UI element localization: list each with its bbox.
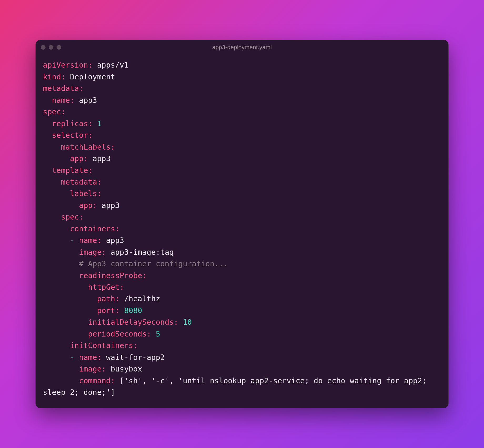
yaml-key: spec:	[43, 108, 65, 116]
yaml-key: name:	[79, 236, 102, 245]
yaml-value: wait-for-app2	[106, 353, 165, 362]
yaml-key: initContainers:	[70, 341, 138, 350]
yaml-key: port:	[97, 306, 120, 315]
yaml-comment: # App3 container configuration...	[79, 259, 228, 268]
yaml-key: kind:	[43, 73, 65, 81]
yaml-key: app:	[79, 201, 97, 210]
code-area[interactable]: apiVersion: apps/v1 kind: Deployment met…	[36, 55, 448, 408]
yaml-value: /healthz	[124, 294, 160, 303]
editor-window: app3-deployment.yaml apiVersion: apps/v1…	[36, 40, 448, 408]
yaml-value: app3	[106, 236, 124, 245]
yaml-key: initialDelaySeconds:	[88, 318, 178, 327]
yaml-value: app3	[79, 96, 97, 105]
yaml-value: Deployment	[70, 73, 115, 81]
titlebar: app3-deployment.yaml	[36, 40, 448, 55]
yaml-dash: -	[70, 236, 74, 245]
yaml-key: selector:	[52, 131, 92, 140]
yaml-key: periodSeconds:	[88, 330, 151, 338]
yaml-key: template:	[52, 166, 92, 175]
yaml-key: labels:	[70, 189, 102, 198]
yaml-key: spec:	[61, 213, 84, 221]
yaml-dash: -	[70, 353, 74, 362]
yaml-number: 10	[183, 318, 192, 327]
yaml-key: readinessProbe:	[79, 271, 147, 280]
yaml-number: 5	[156, 330, 160, 338]
yaml-key: command:	[79, 376, 115, 385]
yaml-key: image:	[79, 365, 106, 373]
yaml-value: app3	[102, 201, 120, 210]
yaml-key: metadata:	[43, 84, 83, 93]
yaml-key: image:	[79, 248, 106, 257]
window-title: app3-deployment.yaml	[36, 44, 448, 51]
yaml-key: name:	[52, 96, 74, 105]
yaml-key: path:	[97, 294, 120, 303]
yaml-key: metadata:	[61, 178, 102, 186]
yaml-key: matchLabels:	[61, 143, 115, 151]
yaml-number: 1	[97, 119, 102, 128]
yaml-key: name:	[79, 353, 102, 362]
yaml-key: httpGet:	[88, 283, 124, 292]
yaml-value: app3-image:tag	[110, 248, 174, 257]
yaml-value: app3	[93, 154, 111, 163]
yaml-key: containers:	[70, 225, 120, 233]
yaml-number: 8080	[124, 306, 142, 315]
yaml-value: apps/v1	[97, 61, 129, 69]
yaml-key: replicas:	[52, 119, 92, 128]
yaml-value: busybox	[110, 365, 142, 373]
yaml-key: apiVersion:	[43, 61, 93, 69]
yaml-key: app:	[70, 154, 88, 163]
